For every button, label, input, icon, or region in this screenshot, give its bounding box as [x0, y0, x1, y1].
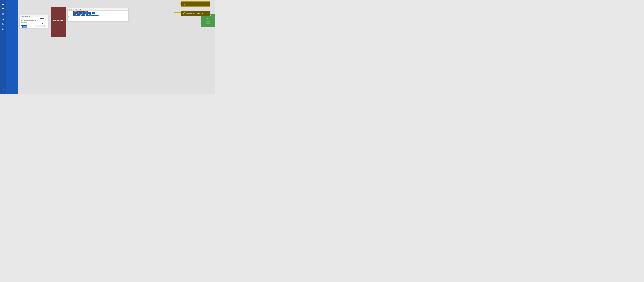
svg-rect-13: [69, 10, 69, 10]
read-me-board-card[interactable]: [PUBLIC] Read Me Leadership room This is…: [20, 15, 48, 28]
org-chart-icon: [68, 9, 70, 10]
read-me-text1: This is the iObeya room network reproduc…: [21, 20, 36, 21]
apu-meeting-plus[interactable]: +: [208, 25, 208, 27]
svg-point-18: [184, 13, 184, 13]
org-chart-header: [PUBLIC] Plant Org Chart: [68, 8, 128, 11]
svg-rect-2: [2, 4, 3, 4]
svg-rect-8: [2, 23, 4, 25]
svg-rect-1: [3, 2, 4, 3]
escalation-box-to[interactable]: 4 escalated actions to this room: [181, 11, 210, 16]
plant-visual-management-title: Plant Visual Management System: [53, 18, 64, 21]
read-me-board-header: [PUBLIC] Read Me: [20, 15, 48, 17]
apu-meeting-panel[interactable]: APU D Meeting → + −: [201, 14, 215, 27]
apu-meeting-minus[interactable]: −: [208, 27, 208, 29]
svg-rect-0: [2, 2, 3, 3]
sidebar: [0, 0, 6, 94]
svg-rect-14: [70, 10, 70, 10]
org-chart-content: Corporateteams Business Unit / Cluster D…: [68, 11, 128, 21]
escalation-icon-from: [182, 2, 185, 5]
escalation-text-from: 4 escalated actions from this room: [186, 3, 204, 5]
svg-rect-11: [69, 9, 69, 9]
sidebar-sync-icon[interactable]: [1, 17, 5, 20]
board-thumbnails: [35, 25, 48, 27]
escalation-arrow-line-2: [174, 12, 180, 13]
svg-rect-12: [70, 9, 70, 9]
read-me-title: [PUBLIC] Read Me: [21, 16, 30, 17]
sidebar-play-icon[interactable]: [1, 7, 5, 10]
read-me-text2: You are in the APU 1 room: [21, 22, 27, 23]
svg-point-16: [183, 3, 184, 4]
plant-visual-management-panel[interactable]: Plant Visual Management System →: [51, 7, 66, 37]
org-chart-title: [PUBLIC] Plant Org Chart: [70, 9, 81, 10]
sidebar-settings-icon[interactable]: [1, 27, 5, 31]
plant-visual-arrow: →: [58, 23, 60, 26]
escalation-text-to: 4 escalated actions to this room: [186, 13, 203, 14]
sidebar-grid-icon[interactable]: [1, 2, 5, 5]
read-me-board-content: Leadership room This is the iObeya room …: [20, 17, 48, 28]
blue-accent-bar: [6, 0, 18, 94]
svg-point-10: [2, 28, 4, 29]
sidebar-image-icon[interactable]: [1, 22, 5, 26]
svg-rect-3: [3, 4, 4, 4]
escalation-icon-to: [182, 12, 185, 15]
leadership-room-node: Leadership room: [40, 18, 44, 19]
svg-rect-5: [2, 13, 4, 14]
hexagon-row: [22, 26, 37, 28]
sidebar-layers-icon[interactable]: [1, 12, 5, 15]
sidebar-back-icon[interactable]: [1, 87, 5, 91]
svg-marker-4: [2, 8, 4, 9]
escalation-box-from[interactable]: 4 escalated actions from this room: [181, 1, 210, 6]
org-chart-card[interactable]: [PUBLIC] Plant Org Chart Corporateteams …: [68, 8, 128, 21]
apu-meeting-arrow: →: [207, 17, 209, 19]
apu1-node: APU 1 room: [42, 23, 46, 24]
main-content-area: [PUBLIC] Read Me Leadership room This is…: [18, 0, 215, 94]
apu-meeting-grid: [206, 20, 210, 24]
escalation-arrow-line-1: [174, 3, 180, 3]
